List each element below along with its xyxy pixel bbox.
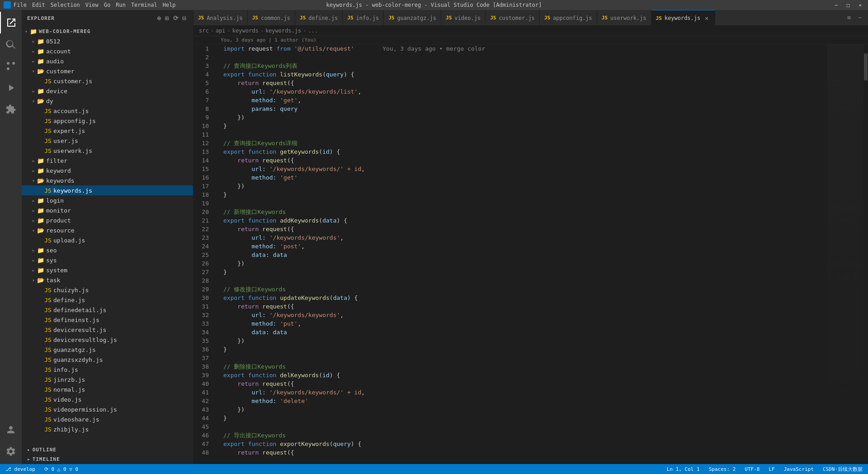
code-line[interactable]: export function addKeywords(data) { <box>216 216 827 225</box>
tree-item-info[interactable]: ▸ JS info.js <box>22 365 193 374</box>
tree-item-system[interactable]: ▸ 📁 system <box>22 265 193 275</box>
code-line[interactable]: params: query <box>216 104 827 113</box>
code-line[interactable]: // 导出接口Keywords <box>216 431 827 440</box>
sync-status[interactable]: ⟳ 0 △ 0 ▽ 0 <box>42 466 80 472</box>
tab-customer[interactable]: JS customer.js <box>486 10 540 26</box>
code-line[interactable]: method: 'get', <box>216 96 827 104</box>
code-line[interactable] <box>216 199 827 208</box>
tree-item-deviceresult[interactable]: ▸ JS deviceresult.js <box>22 325 193 335</box>
activity-extensions[interactable] <box>0 99 22 120</box>
code-line[interactable]: return request({ <box>216 448 827 457</box>
menu-view[interactable]: View <box>85 2 99 8</box>
tree-item-expert[interactable]: ▸ JS expert.js <box>22 126 193 136</box>
code-line[interactable]: }) <box>216 337 827 345</box>
code-line[interactable] <box>216 130 827 139</box>
tree-item-chuizyh[interactable]: ▸ JS chuizyh.js <box>22 285 193 295</box>
spaces-indicator[interactable]: Spaces: 2 <box>707 466 738 472</box>
tree-item-keywords-folder[interactable]: ▾ 📂 keywords <box>22 175 193 185</box>
tree-item-customer-js[interactable]: ▸ JS customer.js <box>22 76 193 86</box>
code-line[interactable]: // 修改接口Keywords <box>216 285 827 294</box>
code-line[interactable]: export function updateKeywords(data) { <box>216 294 827 302</box>
split-editor-button[interactable]: ⊞ <box>844 13 854 22</box>
tree-item-zhibjly[interactable]: ▸ JS zhibjly.js <box>22 424 193 434</box>
code-line[interactable]: // 删除接口Keywords <box>216 362 827 371</box>
feedback-text[interactable]: CSDN·后续大数据 <box>821 466 864 473</box>
activity-git[interactable] <box>0 55 22 77</box>
activity-account[interactable] <box>0 419 22 441</box>
code-line[interactable]: method: 'put', <box>216 319 827 328</box>
tree-item-login[interactable]: ▸ 📁 login <box>22 195 193 205</box>
tree-item-video[interactable]: ▸ JS video.js <box>22 394 193 404</box>
tree-item-0512[interactable]: ▸ 📁 0512 <box>22 36 193 46</box>
breadcrumb-keywords[interactable]: keywords <box>232 28 259 34</box>
tree-item-guanzsxzdyh[interactable]: ▸ JS guanzsxzdyh.js <box>22 355 193 365</box>
tab-define[interactable]: JS define.js <box>295 10 343 26</box>
code-line[interactable] <box>216 354 827 362</box>
code-line[interactable]: // 新增接口Keywords <box>216 208 827 216</box>
activity-debug[interactable] <box>0 77 22 99</box>
tab-close-button[interactable]: ✕ <box>703 14 710 22</box>
code-line[interactable]: } <box>216 268 827 276</box>
collapse-button[interactable]: ⊟ <box>182 14 188 23</box>
tree-item-account[interactable]: ▸ 📁 account <box>22 46 193 56</box>
code-line[interactable]: url: '/keywords/keywords/list', <box>216 87 827 96</box>
tree-item-normal[interactable]: ▸ JS normal.js <box>22 384 193 394</box>
code-line[interactable]: }) <box>216 405 827 414</box>
code-line[interactable]: }) <box>216 113 827 122</box>
menu-help[interactable]: Help <box>163 2 176 8</box>
tree-item-guanzatgz[interactable]: ▸ JS guanzatgz.js <box>22 345 193 355</box>
sidebar-actions[interactable]: ⊕ ⊞ ⟳ ⊟ <box>156 14 188 23</box>
tab-info[interactable]: JS info.js <box>343 10 384 26</box>
tree-item-appconfig[interactable]: ▸ JS appconfig.js <box>22 116 193 126</box>
tree-item-keyword[interactable]: ▸ 📁 keyword <box>22 166 193 175</box>
tree-item-product[interactable]: ▸ 📁 product <box>22 215 193 225</box>
code-content[interactable]: import request from '@/utils/request' Yo… <box>216 44 827 464</box>
tree-item-monitor[interactable]: ▸ 📁 monitor <box>22 205 193 215</box>
code-line[interactable]: return request({ <box>216 379 827 388</box>
refresh-button[interactable]: ⟳ <box>172 14 180 23</box>
menu-file[interactable]: File <box>14 2 27 8</box>
code-line[interactable]: } <box>216 122 827 130</box>
vertical-scrollbar[interactable] <box>863 44 868 464</box>
timeline-header[interactable]: ▸ TIMELINE <box>22 455 193 464</box>
code-line[interactable]: export function listKeywords(query) { <box>216 70 827 79</box>
tree-item-jinrzb[interactable]: ▸ JS jinrzb.js <box>22 374 193 384</box>
code-line[interactable]: } <box>216 345 827 354</box>
tree-item-defineinst[interactable]: ▸ JS defineinst.js <box>22 315 193 325</box>
cursor-position[interactable]: Ln 1, Col 1 <box>665 466 702 472</box>
code-line[interactable]: } <box>216 414 827 422</box>
tree-item-deviceresultlog[interactable]: ▸ JS deviceresultlog.js <box>22 335 193 345</box>
tree-item-definedetail[interactable]: ▸ JS definedetail.js <box>22 305 193 315</box>
tree-item-resource[interactable]: ▾ 📂 resource <box>22 225 193 235</box>
scrollbar-thumb[interactable] <box>864 53 868 81</box>
menu-run[interactable]: Run <box>116 2 126 8</box>
tree-item-user[interactable]: ▸ JS user.js <box>22 136 193 146</box>
minimize-button[interactable]: ─ <box>832 1 840 9</box>
tree-item-keywords-js[interactable]: ▸ JS keywords.js <box>22 185 193 195</box>
tree-item-device[interactable]: ▸ 📁 device <box>22 86 193 96</box>
code-line[interactable]: url: '/keywords/keywords', <box>216 311 827 319</box>
language-indicator[interactable]: JavaScript <box>782 466 816 472</box>
code-line[interactable]: url: '/keywords/keywords/' + id, <box>216 165 827 173</box>
tab-keywords[interactable]: JS keywords.js ✕ <box>651 10 716 26</box>
code-line[interactable] <box>216 276 827 285</box>
title-bar-controls[interactable]: ─ □ ✕ <box>832 1 864 9</box>
maximize-button[interactable]: □ <box>844 1 853 9</box>
code-line[interactable] <box>216 53 827 62</box>
tree-root[interactable]: ▾ 📁 WEB-COLOR-MEREG <box>22 26 193 36</box>
tree-item-userwork[interactable]: ▸ JS userwork.js <box>22 146 193 156</box>
tree-item-define[interactable]: ▸ JS define.js <box>22 295 193 305</box>
code-line[interactable]: }) <box>216 182 827 190</box>
code-line[interactable]: // 查询接口Keywords列表 <box>216 62 827 70</box>
tree-item-filter[interactable]: ▸ 📁 filter <box>22 156 193 166</box>
menu-selection[interactable]: Selection <box>51 2 80 8</box>
git-branch[interactable]: ⎇ develop <box>4 466 37 472</box>
code-line[interactable] <box>216 422 827 431</box>
code-line[interactable]: url: '/keywords/keywords/' + id, <box>216 388 827 397</box>
activity-settings[interactable] <box>0 441 22 462</box>
code-line[interactable]: method: 'get' <box>216 173 827 182</box>
code-line[interactable]: data: data <box>216 328 827 337</box>
breadcrumb-more[interactable]: ... <box>308 28 318 34</box>
tree-item-dy[interactable]: ▾ 📂 dy <box>22 96 193 106</box>
tree-item-customer[interactable]: ▾ 📂 customer <box>22 66 193 76</box>
